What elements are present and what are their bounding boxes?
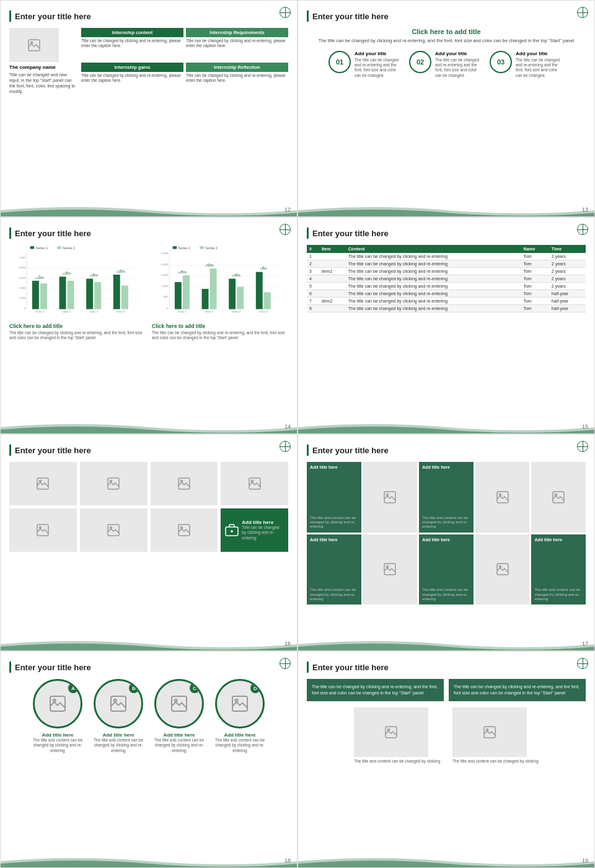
td-name: Tom: [521, 253, 549, 260]
text-block-2: The title can be changed by clicking and…: [449, 679, 586, 701]
circle-item-A: A Add title here The title and content c…: [30, 679, 86, 753]
svg-text:class 3: class 3: [89, 310, 98, 313]
svg-point-94: [555, 494, 557, 495]
img-cell-4: [221, 462, 288, 505]
slide-num-13: 13: [582, 206, 588, 213]
num-circle-1: 01: [328, 51, 351, 73]
svg-point-100: [53, 699, 56, 702]
slide-12-right: Internship content Title can be changed …: [81, 28, 288, 94]
title-bar-12: [9, 11, 11, 22]
td-content: The title can be changed by clicking and…: [346, 283, 521, 290]
svg-point-108: [388, 728, 390, 730]
svg-point-83: [110, 527, 112, 529]
slide-19-title: Enter your title here: [312, 663, 389, 672]
td-time: 2 years: [549, 283, 586, 290]
svg-text:900: 900: [164, 295, 169, 298]
slide-19-img2: [452, 707, 527, 757]
svg-text:7,000: 7,000: [19, 256, 25, 259]
td-num: 3: [307, 268, 319, 275]
cell8-title: Add title here: [422, 538, 470, 542]
title-bar-13: [307, 11, 309, 22]
slide-16-title-bar: Enter your title here: [9, 445, 288, 456]
globe-icon-17: [577, 441, 588, 452]
svg-text:↑: ↑: [92, 272, 95, 277]
slide-num-18: 18: [284, 857, 291, 864]
slide-13-title: Enter your title here: [312, 12, 389, 21]
svg-text:2,000: 2,000: [161, 285, 168, 288]
table-row: 2 The title can be changed by clicking a…: [307, 260, 586, 268]
slide-14-title-bar: Enter your title here: [9, 228, 288, 239]
wave-19: [298, 855, 594, 867]
slide-19: Enter your title here The title can be c…: [298, 651, 595, 868]
svg-rect-18: [40, 283, 47, 309]
svg-text:Series 1: Series 1: [35, 246, 48, 250]
svg-text:↑: ↑: [262, 265, 265, 270]
th-time: Time: [549, 245, 586, 253]
wave-15: [298, 421, 594, 433]
light-cell-2: [363, 462, 418, 533]
svg-point-79: [251, 480, 253, 482]
circle-title-C: Add title here: [163, 732, 195, 738]
svg-rect-64: [256, 272, 263, 309]
svg-rect-61: [237, 287, 244, 309]
table-row: 1 The title can be changed by clicking a…: [307, 253, 586, 260]
globe-icon-12: [280, 7, 291, 18]
td-item: [319, 253, 346, 260]
slide-16: Enter your title here: [0, 434, 298, 651]
td-time: 2 years: [549, 268, 586, 275]
slide-18-title: Enter your title here: [15, 663, 91, 672]
slide-16-add-title: Add title here: [242, 520, 284, 525]
dark-cell-3: Add title here The title and content can…: [419, 462, 474, 533]
svg-text:Series 2: Series 2: [205, 246, 218, 250]
slide-19-imgs: The title and content can be changed by …: [307, 707, 586, 763]
slide-12-left: The company name Title can be changed an…: [9, 28, 77, 94]
globe-icon-16: [280, 441, 291, 452]
company-desc: Title can be changed and new input, in t…: [9, 72, 77, 94]
img-cell-5: [9, 508, 77, 552]
td-name: Tom: [521, 298, 549, 305]
slide-16-add-desc: Title can be changed by clicking and re-…: [242, 525, 284, 541]
slide-num-14: 14: [284, 423, 291, 430]
th-num: #: [307, 245, 319, 253]
box-internship-reflection: Internship Reflection Title can be chang…: [186, 63, 288, 95]
slide-12-img: [9, 28, 59, 62]
td-time: half-year: [549, 305, 586, 312]
cell6-desc: The title and content can be changed by …: [310, 588, 358, 601]
num-item-1: 01 Add your title The title can be chang…: [328, 51, 403, 79]
circle-item-C: C Add title here The title and content c…: [151, 679, 207, 753]
circle-img-C: C: [154, 679, 204, 728]
svg-text:Series 2: Series 2: [63, 246, 75, 250]
circle-item-B: B Add title here The title and content c…: [90, 679, 146, 753]
svg-text:class 3: class 3: [232, 310, 240, 313]
th-content: Content: [346, 245, 521, 253]
num-circle-2: 02: [409, 51, 431, 73]
svg-rect-26: [113, 275, 120, 309]
svg-rect-65: [264, 292, 271, 309]
wave-18: [1, 855, 297, 867]
dark-cell-1: Add title here The title and content can…: [307, 462, 361, 533]
slide-19-title-bar: Enter your title here: [307, 662, 586, 673]
cell10-title: Add title here: [534, 538, 583, 542]
slide-19-text1: The title can be changed by clicking and…: [312, 684, 439, 696]
td-num: 8: [307, 305, 319, 312]
td-time: half-year: [549, 298, 586, 305]
svg-point-75: [110, 480, 112, 482]
globe-icon-13: [577, 7, 588, 18]
circle-title-D: Add title here: [224, 732, 255, 738]
slide-15-title: Enter your title here: [312, 229, 389, 238]
svg-point-1: [31, 42, 33, 43]
td-num: 2: [307, 260, 319, 268]
img-cell-6: [80, 508, 148, 552]
circles-row-18: A Add title here The title and content c…: [9, 679, 288, 753]
svg-rect-24: [94, 282, 101, 309]
wave-13: [298, 204, 594, 216]
slide-13: Enter your title here Click here to add …: [298, 0, 595, 217]
circle-desc-B: The title and content can be changed by …: [90, 738, 146, 753]
svg-rect-2: [30, 246, 35, 249]
td-item: [319, 283, 346, 290]
svg-point-102: [114, 699, 117, 702]
title-bar-16: [9, 445, 11, 456]
td-content: The title can be changed by clicking and…: [346, 268, 521, 275]
img-cell-7: [151, 508, 218, 552]
svg-text:Series 1: Series 1: [178, 246, 190, 250]
